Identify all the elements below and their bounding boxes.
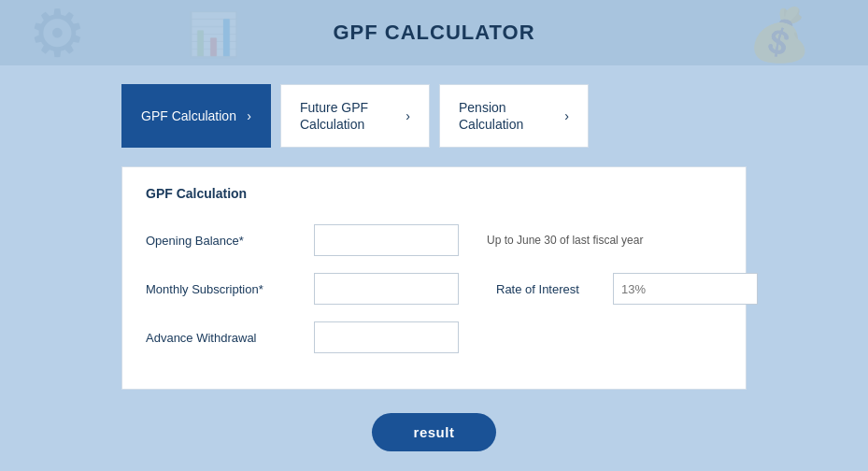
header-deco-left: ⚙ xyxy=(28,0,87,65)
tab-navigation: GPF Calculation › Future GPFCalculation … xyxy=(121,84,747,148)
result-button[interactable]: result xyxy=(372,413,497,451)
opening-balance-row: Opening Balance* Up to June 30 of last f… xyxy=(146,224,722,256)
rate-of-interest-group: Rate of Interest xyxy=(496,273,758,305)
result-button-container: result xyxy=(121,413,747,451)
advance-withdrawal-row: Advance Withdrawal xyxy=(146,321,722,353)
form-panel-title: GPF Calculation xyxy=(146,186,722,206)
monthly-subscription-input[interactable] xyxy=(314,273,459,305)
rate-of-interest-input[interactable] xyxy=(613,273,758,305)
header-deco-right: 💰 xyxy=(747,5,812,65)
advance-withdrawal-input[interactable] xyxy=(314,321,459,353)
page-title: GPF CALCULATOR xyxy=(333,21,534,45)
chevron-right-icon-3: › xyxy=(564,108,569,123)
gpf-calculation-form-panel: GPF Calculation Opening Balance* Up to J… xyxy=(121,166,747,390)
monthly-subscription-row: Monthly Subscription* Rate of Interest xyxy=(146,273,722,305)
header: ⚙ 💰 📊 GPF CALCULATOR xyxy=(0,0,868,65)
header-deco-mid: 📊 xyxy=(187,9,239,59)
advance-withdrawal-label: Advance Withdrawal xyxy=(146,331,295,345)
tab-gpf-calculation[interactable]: GPF Calculation › xyxy=(121,84,271,148)
rate-of-interest-label: Rate of Interest xyxy=(496,282,599,296)
tab-future-gpf-calculation[interactable]: Future GPFCalculation › xyxy=(280,84,430,148)
opening-balance-input[interactable] xyxy=(314,224,459,256)
monthly-subscription-label: Monthly Subscription* xyxy=(146,282,295,296)
tab-pension-calculation[interactable]: PensionCalculation › xyxy=(439,84,589,148)
main-content: GPF Calculation › Future GPFCalculation … xyxy=(0,65,868,470)
opening-balance-hint: Up to June 30 of last fiscal year xyxy=(487,234,643,247)
opening-balance-label: Opening Balance* xyxy=(146,234,295,248)
chevron-right-icon-2: › xyxy=(406,108,410,123)
chevron-right-icon: › xyxy=(247,108,251,123)
